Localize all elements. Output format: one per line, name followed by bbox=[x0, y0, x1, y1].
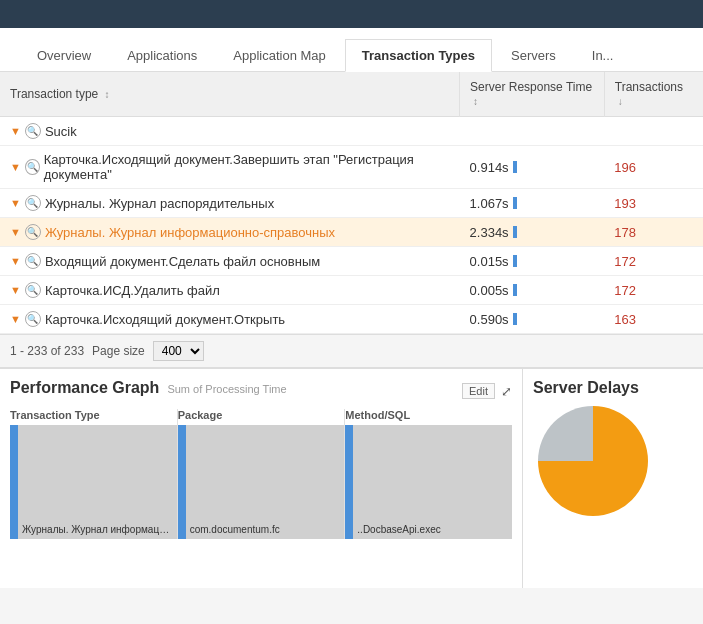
row-response-time: 2.334s bbox=[460, 218, 605, 247]
sort-server-response[interactable]: ↕ bbox=[473, 96, 478, 107]
perf-bar-label-1: com.documentum.fc bbox=[190, 524, 280, 535]
table-row: ▼🔍Карточка.ИСД.Удалить файл0.005s172 bbox=[0, 276, 703, 305]
row-transaction-name: ▼🔍Карточка.Исходящий документ.Завершить … bbox=[0, 146, 460, 189]
pagination-info: 1 - 233 of 233 bbox=[10, 344, 84, 358]
perf-title-row: Performance Graph Sum of Processing Time bbox=[10, 379, 287, 403]
response-bar bbox=[513, 313, 517, 325]
row-transactions: 193 bbox=[604, 189, 703, 218]
search-icon[interactable]: 🔍 bbox=[25, 282, 41, 298]
col-transactions[interactable]: Transactions ↓ bbox=[604, 72, 703, 117]
filter-icon[interactable]: ▼ bbox=[10, 284, 21, 296]
perf-blue-bar-0 bbox=[10, 425, 18, 539]
filter-icon[interactable]: ▼ bbox=[10, 313, 21, 325]
row-transaction-name: ▼🔍Входящий документ.Сделать файл основны… bbox=[0, 247, 460, 276]
transaction-name-text: Журналы. Журнал распорядительных bbox=[45, 196, 274, 211]
row-transaction-name: ▼🔍Sucik bbox=[0, 117, 460, 146]
search-icon[interactable]: 🔍 bbox=[25, 195, 41, 211]
edit-button[interactable]: Edit bbox=[462, 383, 495, 399]
tab-transaction-types[interactable]: Transaction Types bbox=[345, 39, 492, 72]
performance-graph-panel: Performance Graph Sum of Processing Time… bbox=[0, 369, 523, 588]
row-response-time: 0.015s bbox=[460, 247, 605, 276]
row-transaction-name: ▼🔍Журналы. Журнал распорядительных bbox=[0, 189, 460, 218]
search-icon[interactable]: 🔍 bbox=[25, 311, 41, 327]
response-bar bbox=[513, 161, 517, 173]
filter-icon[interactable]: ▼ bbox=[10, 125, 21, 137]
server-delays-panel: Server Delays bbox=[523, 369, 703, 588]
perf-col-2: Method/SQL..DocbaseApi.exec bbox=[345, 409, 512, 539]
perf-col-header-1: Package bbox=[178, 409, 345, 425]
row-transaction-name: ▼🔍Карточка.Исходящий документ.Открыть bbox=[0, 305, 460, 334]
perf-panel-header: Performance Graph Sum of Processing Time… bbox=[10, 379, 512, 403]
table-row: ▼🔍Карточка.Исходящий документ.Завершить … bbox=[0, 146, 703, 189]
perf-col-header-2: Method/SQL bbox=[345, 409, 512, 425]
filter-icon[interactable]: ▼ bbox=[10, 161, 21, 173]
perf-bar-label-2: ..DocbaseApi.exec bbox=[357, 524, 440, 535]
transaction-name-text: Карточка.Исходящий документ.Завершить эт… bbox=[44, 152, 450, 182]
row-response-time: 1.067s bbox=[460, 189, 605, 218]
filter-icon[interactable]: ▼ bbox=[10, 255, 21, 267]
response-bar bbox=[513, 284, 517, 296]
transaction-name-text: Входящий документ.Сделать файл основным bbox=[45, 254, 320, 269]
page-size-label: Page size bbox=[92, 344, 145, 358]
col-server-response[interactable]: Server Response Time ↕ bbox=[460, 72, 605, 117]
perf-blue-bar-1 bbox=[178, 425, 186, 539]
col-transaction-type[interactable]: Transaction type ↕ bbox=[0, 72, 460, 117]
perf-col-0: Transaction TypeЖурналы. Журнал информац… bbox=[10, 409, 178, 539]
server-delays-title: Server Delays bbox=[533, 379, 639, 396]
bottom-panels: Performance Graph Sum of Processing Time… bbox=[0, 368, 703, 588]
sort-transaction-type[interactable]: ↕ bbox=[105, 89, 110, 100]
tab-applications[interactable]: Applications bbox=[110, 39, 214, 71]
perf-graph-subtitle: Sum of Processing Time bbox=[167, 383, 286, 395]
transaction-name-text: Карточка.ИСД.Удалить файл bbox=[45, 283, 220, 298]
perf-col-1: Packagecom.documentum.fc bbox=[178, 409, 346, 539]
search-icon[interactable]: 🔍 bbox=[25, 253, 41, 269]
response-bar bbox=[513, 197, 517, 209]
perf-bar-area-0: Журналы. Журнал информационно-с... bbox=[10, 425, 177, 539]
table-row: ▼🔍Sucik bbox=[0, 117, 703, 146]
tab-servers[interactable]: Servers bbox=[494, 39, 573, 71]
sort-transactions[interactable]: ↓ bbox=[618, 96, 623, 107]
row-transactions: 163 bbox=[604, 305, 703, 334]
top-bar bbox=[0, 0, 703, 28]
row-response-time: 0.590s bbox=[460, 305, 605, 334]
table-row: ▼🔍Журналы. Журнал распорядительных1.067s… bbox=[0, 189, 703, 218]
row-response-time: 0.914s bbox=[460, 146, 605, 189]
page-size-select[interactable]: 400 100 200 bbox=[153, 341, 204, 361]
row-transactions: 172 bbox=[604, 276, 703, 305]
transaction-name-text: Sucik bbox=[45, 124, 77, 139]
tab-navigation: Overview Applications Application Map Tr… bbox=[0, 28, 703, 72]
search-icon[interactable]: 🔍 bbox=[25, 159, 40, 175]
tab-application-map[interactable]: Application Map bbox=[216, 39, 343, 71]
search-icon[interactable]: 🔍 bbox=[25, 224, 41, 240]
filter-icon[interactable]: ▼ bbox=[10, 226, 21, 238]
table-row: ▼🔍Карточка.Исходящий документ.Открыть0.5… bbox=[0, 305, 703, 334]
row-transactions bbox=[604, 117, 703, 146]
tab-overview[interactable]: Overview bbox=[20, 39, 108, 71]
perf-columns: Transaction TypeЖурналы. Журнал информац… bbox=[10, 409, 512, 539]
row-transactions: 178 bbox=[604, 218, 703, 247]
expand-icon[interactable]: ⤢ bbox=[501, 384, 512, 399]
pagination-bar: 1 - 233 of 233 Page size 400 100 200 bbox=[0, 334, 703, 367]
main-table-area: Transaction type ↕ Server Response Time … bbox=[0, 72, 703, 368]
perf-bar-label-0: Журналы. Журнал информационно-с... bbox=[22, 524, 172, 535]
row-transactions: 172 bbox=[604, 247, 703, 276]
row-transactions: 196 bbox=[604, 146, 703, 189]
perf-bar-area-2: ..DocbaseApi.exec bbox=[345, 425, 512, 539]
row-response-time bbox=[460, 117, 605, 146]
filter-icon[interactable]: ▼ bbox=[10, 197, 21, 209]
table-row: ▼🔍Журналы. Журнал информационно-справочн… bbox=[0, 218, 703, 247]
tab-more[interactable]: In... bbox=[575, 39, 631, 71]
transaction-name-text: Карточка.Исходящий документ.Открыть bbox=[45, 312, 285, 327]
row-transaction-name: ▼🔍Журналы. Журнал информационно-справочн… bbox=[0, 218, 460, 247]
response-bar bbox=[513, 255, 517, 267]
search-icon[interactable]: 🔍 bbox=[25, 123, 41, 139]
transaction-name-text: Журналы. Журнал информационно-справочных bbox=[45, 225, 335, 240]
row-response-time: 0.005s bbox=[460, 276, 605, 305]
table-row: ▼🔍Входящий документ.Сделать файл основны… bbox=[0, 247, 703, 276]
perf-col-header-0: Transaction Type bbox=[10, 409, 177, 425]
pie-chart bbox=[533, 401, 653, 521]
perf-blue-bar-2 bbox=[345, 425, 353, 539]
response-bar bbox=[513, 226, 517, 238]
perf-graph-title: Performance Graph bbox=[10, 379, 159, 397]
row-transaction-name: ▼🔍Карточка.ИСД.Удалить файл bbox=[0, 276, 460, 305]
